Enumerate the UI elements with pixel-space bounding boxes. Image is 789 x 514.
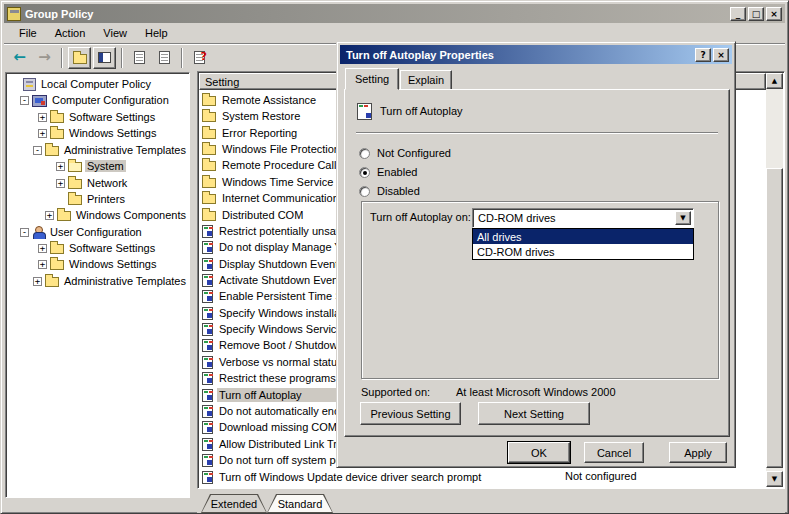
dialog-titlebar: Turn off Autoplay Properties ? × [340, 45, 732, 64]
tree-item-administrative-templates[interactable]: -Administrative Templates [7, 142, 188, 158]
console-icon [23, 78, 36, 91]
maximize-button[interactable]: □ [748, 7, 764, 21]
folder-icon [202, 145, 216, 155]
console-tree-icon [98, 52, 111, 63]
policy-title: Turn off Autoplay [380, 105, 463, 117]
tree-expander[interactable]: + [38, 260, 47, 269]
apply-button[interactable]: Apply [669, 442, 727, 463]
tab-extended[interactable]: Extended [201, 494, 267, 513]
window-titlebar: Group Policy _ □ × [4, 4, 785, 23]
policy-icon [202, 421, 213, 434]
policy-icon [357, 103, 372, 120]
tree-expander[interactable]: + [56, 179, 65, 188]
folder-icon [68, 195, 82, 205]
console-tree-pane: Local Computer Policy -Computer Configur… [5, 72, 190, 498]
folder-icon [45, 277, 59, 287]
ok-button[interactable]: OK [508, 442, 570, 463]
user-icon [32, 226, 45, 239]
tree-item-network[interactable]: +Network [7, 175, 188, 191]
divider [356, 132, 718, 134]
next-setting-button[interactable]: Next Setting [478, 402, 590, 425]
dialog-help-button[interactable]: ? [695, 48, 711, 62]
folder-icon [45, 146, 59, 156]
tree-expander[interactable]: - [20, 228, 29, 237]
policy-icon [202, 258, 213, 271]
list-item[interactable]: Turn off Windows Update device driver se… [200, 469, 765, 485]
tree-expander[interactable]: + [33, 277, 42, 286]
app-icon [7, 7, 21, 21]
radio-not-configured[interactable]: Not Configured [359, 147, 451, 159]
menu-action[interactable]: Action [46, 25, 95, 41]
tab-setting[interactable]: Setting [345, 68, 399, 90]
turn-off-autoplay-properties-dialog: Turn off Autoplay Properties ? × Setting… [336, 41, 736, 468]
close-button[interactable]: × [766, 7, 782, 21]
tree-item-local-computer-policy[interactable]: Local Computer Policy [7, 76, 188, 92]
window-title: Group Policy [25, 8, 93, 20]
back-button[interactable]: ← [8, 47, 31, 69]
folder-icon [57, 211, 71, 221]
tree-item-system[interactable]: +System [7, 158, 188, 174]
policy-icon [202, 274, 213, 287]
radio-enabled[interactable]: Enabled [359, 166, 417, 178]
scrollbar-thumb[interactable] [766, 168, 783, 468]
open-folder-icon [68, 162, 82, 172]
tree-expander[interactable]: - [33, 146, 42, 155]
tree-expander[interactable]: + [45, 211, 54, 220]
chevron-down-icon[interactable]: ▼ [675, 211, 691, 225]
dropdown-option-all-drives[interactable]: All drives [473, 229, 693, 244]
toolbar-separator [61, 48, 63, 68]
tree-item-software-settings-user[interactable]: +Software Settings [7, 240, 188, 256]
help-icon: ? [194, 51, 205, 64]
policy-icon [202, 356, 213, 369]
scroll-up-button[interactable]: ▲ [766, 73, 783, 89]
combobox-value: CD-ROM drives [475, 211, 674, 225]
tree-expander[interactable]: + [38, 244, 47, 253]
vertical-scrollbar[interactable]: ▲ ▼ [766, 73, 783, 487]
dropdown-option-cdrom-drives[interactable]: CD-ROM drives [473, 244, 693, 259]
computer-icon [32, 95, 47, 107]
folder-icon [202, 211, 216, 221]
policy-icon [202, 241, 213, 254]
menu-help[interactable]: Help [136, 25, 177, 41]
tree-item-computer-configuration[interactable]: -Computer Configuration [7, 92, 188, 108]
menu-view[interactable]: View [94, 25, 136, 41]
tree-item-windows-settings-user[interactable]: +Windows Settings [7, 256, 188, 272]
up-one-level-button[interactable] [68, 47, 91, 69]
show-console-tree-button[interactable] [93, 47, 116, 69]
policy-icon [202, 454, 213, 467]
scroll-down-button[interactable]: ▼ [766, 471, 783, 487]
tree-expander[interactable]: - [20, 96, 29, 105]
tree-expander[interactable]: + [38, 113, 47, 122]
supported-on-label: Supported on: [361, 386, 430, 398]
forward-button[interactable]: → [33, 47, 56, 69]
up-folder-icon [73, 54, 87, 64]
autoplay-target-combobox[interactable]: CD-ROM drives ▼ [472, 208, 694, 228]
tree-item-windows-settings[interactable]: +Windows Settings [7, 125, 188, 141]
tree-item-software-settings[interactable]: +Software Settings [7, 109, 188, 125]
tree-item-windows-components[interactable]: +Windows Components [7, 207, 188, 223]
tab-standard[interactable]: Standard [267, 494, 333, 513]
folder-icon [202, 178, 216, 188]
toolbar-separator [121, 48, 123, 68]
radio-disabled[interactable]: Disabled [359, 185, 420, 197]
minimize-button[interactable]: _ [730, 7, 746, 21]
tab-explain[interactable]: Explain [400, 70, 452, 90]
dialog-close-button[interactable]: × [713, 48, 729, 62]
cancel-button[interactable]: Cancel [584, 442, 644, 463]
properties-button[interactable] [128, 47, 151, 69]
combobox-dropdown-list: All drives CD-ROM drives [472, 228, 694, 260]
tree-expander[interactable]: + [56, 162, 65, 171]
previous-setting-button[interactable]: Previous Setting [360, 402, 461, 425]
tree-item-user-configuration[interactable]: -User Configuration [7, 224, 188, 240]
dialog-title: Turn off Autoplay Properties [346, 49, 494, 61]
help-button[interactable]: ? [188, 47, 211, 69]
policy-icon [202, 405, 213, 418]
export-list-button[interactable] [153, 47, 176, 69]
tree-item-administrative-templates-user[interactable]: +Administrative Templates [7, 273, 188, 289]
policy-icon [202, 307, 213, 320]
properties-icon [134, 51, 145, 64]
tree-expander[interactable]: + [38, 129, 47, 138]
tree-item-printers[interactable]: Printers [7, 191, 188, 207]
menu-file[interactable]: File [10, 25, 46, 41]
view-tabstrip: Extended Standard [197, 489, 785, 514]
